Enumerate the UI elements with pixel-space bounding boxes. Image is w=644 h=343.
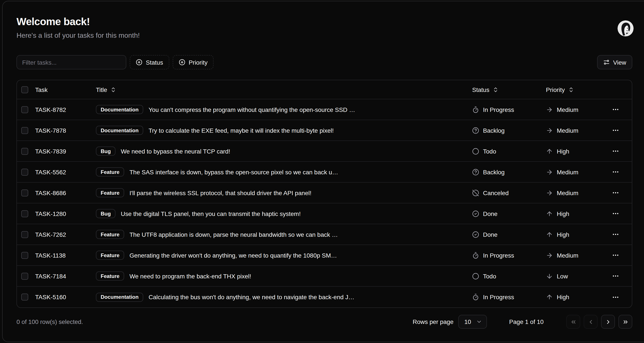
chevrons-up-down-icon (568, 86, 574, 93)
task-id: TASK-8686 (35, 189, 66, 196)
timer-icon (472, 106, 479, 113)
row-actions-button[interactable] (608, 187, 622, 198)
arrow-right-icon (546, 252, 553, 259)
priority-label: High (557, 148, 569, 155)
tasks-page: Welcome back! Here's a list of your task… (0, 0, 644, 343)
task-title: We need to program the back-end THX pixe… (130, 273, 251, 280)
table-row: TASK-8686 Feature I'll parse the wireles… (17, 183, 632, 203)
row-actions-button[interactable] (608, 208, 622, 219)
circle-icon (472, 148, 479, 155)
page-header: Welcome back! Here's a list of your task… (16, 0, 632, 39)
task-type-badge: Bug (96, 209, 116, 218)
status-label: In Progress (483, 106, 514, 113)
previous-page-button[interactable] (584, 315, 598, 329)
column-header-status-label: Status (472, 86, 489, 93)
avatar-image (618, 20, 634, 36)
mixer-horizontal-icon (603, 59, 610, 65)
more-horizontal-icon (612, 231, 619, 238)
circle-off-icon (472, 189, 479, 196)
rows-per-page-label: Rows per page (413, 318, 454, 325)
more-horizontal-icon (612, 147, 619, 155)
task-id: TASK-1280 (35, 210, 66, 217)
priority-filter-button[interactable]: Priority (172, 55, 214, 69)
more-horizontal-icon (612, 210, 619, 217)
page-indicator: Page 1 of 10 (506, 318, 546, 325)
task-type-badge: Documentation (96, 293, 144, 302)
row-select-checkbox[interactable] (21, 189, 28, 196)
status-label: Backlog (483, 168, 505, 175)
row-select-checkbox[interactable] (21, 168, 28, 175)
row-actions-button[interactable] (608, 166, 622, 178)
filter-tasks-input[interactable] (16, 55, 126, 69)
table-row: TASK-7184 Feature We need to program the… (17, 266, 632, 287)
row-actions-button[interactable] (608, 229, 622, 240)
row-select-checkbox[interactable] (21, 127, 28, 134)
table-row: TASK-1138 Feature Generating the driver … (17, 245, 632, 266)
task-id: TASK-5160 (35, 294, 66, 301)
chevron-down-icon (476, 319, 482, 325)
row-actions-button[interactable] (608, 145, 622, 157)
task-title: We need to bypass the neural TCP card! (121, 148, 230, 155)
priority-label: Medium (557, 106, 578, 113)
more-horizontal-icon (612, 106, 619, 113)
more-horizontal-icon (612, 127, 619, 134)
priority-label: Low (557, 273, 568, 280)
next-page-button[interactable] (601, 315, 615, 329)
column-header-title[interactable]: Title (96, 86, 116, 93)
check-circle-icon (472, 231, 479, 238)
view-options-button[interactable]: View (597, 55, 632, 69)
status-label: Todo (483, 273, 496, 280)
row-select-checkbox[interactable] (21, 231, 28, 238)
status-label: In Progress (483, 252, 514, 259)
column-header-priority[interactable]: Priority (546, 86, 574, 93)
row-select-checkbox[interactable] (21, 148, 28, 155)
row-select-checkbox[interactable] (21, 106, 28, 113)
table-row: TASK-7839 Bug We need to bypass the neur… (17, 141, 632, 162)
row-select-checkbox[interactable] (21, 273, 28, 280)
task-type-badge: Bug (96, 147, 116, 156)
row-select-checkbox[interactable] (21, 294, 28, 301)
arrow-right-icon (546, 189, 553, 196)
more-horizontal-icon (612, 252, 619, 259)
arrow-right-icon (546, 106, 553, 113)
chevrons-up-down-icon (110, 86, 116, 93)
select-all-checkbox[interactable] (21, 86, 28, 93)
chevron-right-icon (605, 319, 611, 325)
rows-per-page-select[interactable]: 10 (458, 315, 487, 329)
priority-label: Medium (557, 127, 578, 134)
page-subtitle: Here's a list of your tasks for this mon… (16, 32, 140, 39)
task-type-badge: Documentation (96, 126, 144, 135)
priority-label: High (557, 210, 569, 217)
first-page-button[interactable] (566, 315, 580, 329)
column-header-priority-label: Priority (546, 86, 565, 93)
table-header-row: Task Title Status (17, 80, 632, 99)
arrow-up-icon (546, 231, 553, 238)
user-avatar[interactable] (618, 20, 634, 36)
status-filter-button[interactable]: Status (130, 55, 169, 69)
task-type-badge: Feature (96, 230, 124, 239)
task-type-badge: Feature (96, 272, 124, 281)
selection-info: 0 of 100 row(s) selected. (16, 318, 83, 325)
row-actions-button[interactable] (608, 250, 622, 261)
chevron-left-icon (587, 319, 594, 325)
arrow-down-icon (546, 273, 553, 280)
row-actions-button[interactable] (608, 270, 622, 282)
chevrons-left-icon (570, 319, 576, 325)
priority-filter-label: Priority (188, 59, 208, 66)
row-select-checkbox[interactable] (21, 210, 28, 217)
last-page-button[interactable] (618, 315, 632, 329)
task-id: TASK-8782 (35, 106, 66, 113)
row-actions-button[interactable] (608, 104, 622, 115)
status-label: Done (483, 231, 498, 238)
task-title: You can't compress the program without q… (149, 106, 355, 113)
status-filter-label: Status (146, 59, 163, 66)
task-id: TASK-7878 (35, 127, 66, 134)
status-label: Todo (483, 148, 496, 155)
column-header-status[interactable]: Status (472, 86, 498, 93)
arrow-right-icon (546, 127, 553, 134)
row-actions-button[interactable] (608, 291, 622, 303)
timer-icon (472, 294, 479, 301)
row-actions-button[interactable] (608, 125, 622, 136)
row-select-checkbox[interactable] (21, 252, 28, 259)
status-label: Canceled (483, 189, 508, 196)
